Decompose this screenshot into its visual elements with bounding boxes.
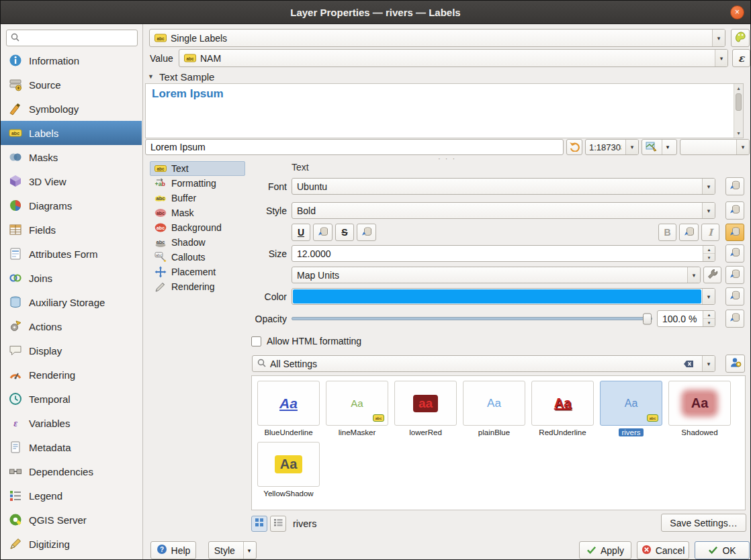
strikeout-override-button[interactable] bbox=[357, 224, 376, 241]
titlebar[interactable]: Layer Properties — rivers — Labels × bbox=[1, 1, 750, 24]
preset-shadowed[interactable]: AaShadowed bbox=[668, 381, 732, 437]
tab-background[interactable]: abcBackground bbox=[150, 220, 245, 235]
sidebar-search[interactable] bbox=[6, 30, 138, 46]
joins-icon bbox=[8, 271, 23, 285]
style-manager-button[interactable] bbox=[725, 355, 745, 373]
size-spinbox[interactable]: 12.0000 ▴▾ bbox=[292, 245, 715, 262]
sidebar-item-dependencies[interactable]: Dependencies bbox=[1, 459, 142, 483]
help-button[interactable]: ? Help bbox=[150, 541, 196, 559]
underline-button[interactable]: U bbox=[292, 224, 310, 241]
strikeout-button[interactable]: S bbox=[335, 224, 354, 241]
sample-text-input[interactable] bbox=[145, 139, 564, 155]
color-override-button[interactable] bbox=[725, 287, 744, 306]
opacity-spinbox[interactable]: 100.0 % ▴▾ bbox=[657, 310, 715, 327]
sidebar-item-source[interactable]: Source bbox=[1, 73, 142, 97]
ok-button[interactable]: OK bbox=[695, 541, 750, 559]
slider-handle[interactable] bbox=[643, 313, 652, 324]
sidebar-item-3d-view[interactable]: 3D View bbox=[1, 169, 142, 193]
clear-icon[interactable] bbox=[683, 359, 694, 369]
sidebar-item-joins[interactable]: Joins bbox=[1, 266, 142, 290]
spin-up-icon[interactable]: ▴ bbox=[703, 246, 715, 253]
preview-background-dropdown[interactable]: ▾ bbox=[680, 139, 750, 155]
sidebar-item-variables[interactable]: εVariables bbox=[1, 411, 142, 435]
spin-down-icon[interactable]: ▾ bbox=[703, 318, 715, 326]
bold-button[interactable]: B bbox=[658, 224, 676, 241]
sidebar-item-digitizing[interactable]: Digitizing bbox=[1, 532, 142, 556]
save-settings-label: Save Settings… bbox=[670, 518, 737, 528]
attributes-form-icon bbox=[8, 246, 23, 261]
data-defined-override-active-button[interactable] bbox=[725, 224, 744, 241]
style-dropdown[interactable]: Bold ▾ bbox=[292, 202, 715, 219]
save-settings-button[interactable]: Save Settings… bbox=[661, 514, 746, 532]
underline-override-button[interactable] bbox=[313, 224, 333, 241]
scroll-thumb[interactable] bbox=[736, 93, 742, 111]
sample-reset-button[interactable] bbox=[566, 139, 582, 155]
splitter-handle[interactable]: · · · bbox=[144, 156, 750, 160]
size-override-button[interactable] bbox=[725, 244, 744, 263]
expression-builder-button[interactable]: ε bbox=[732, 49, 750, 67]
icon-view-button[interactable] bbox=[251, 516, 267, 532]
spin-arrows[interactable]: ▴▾ bbox=[703, 311, 715, 326]
value-field-dropdown[interactable]: abc NAM ▾ bbox=[179, 49, 728, 67]
sidebar-item-symbology[interactable]: Symbology bbox=[1, 97, 142, 121]
sidebar-item-auxiliary-storage[interactable]: Auxiliary Storage bbox=[1, 290, 142, 314]
sidebar-item-attributes-form[interactable]: Attributes Form bbox=[1, 242, 142, 266]
scroll-down-icon[interactable]: ▾ bbox=[737, 130, 740, 136]
spin-up-icon[interactable]: ▴ bbox=[703, 311, 715, 318]
style-menu-button[interactable]: Style ▾ bbox=[208, 541, 257, 559]
font-override-button[interactable] bbox=[725, 177, 744, 195]
unit-settings-button[interactable] bbox=[703, 267, 721, 283]
opacity-slider[interactable] bbox=[292, 310, 652, 327]
tab-label: Placement bbox=[171, 267, 216, 277]
sidebar-item-temporal[interactable]: Temporal bbox=[1, 387, 142, 411]
fields-icon bbox=[8, 222, 23, 237]
cancel-button[interactable]: Cancel bbox=[637, 541, 689, 559]
sidebar-item-actions[interactable]: Actions bbox=[1, 314, 142, 338]
sample-scrollbar[interactable]: ▴ ▾ bbox=[734, 84, 743, 138]
preset-lowerred[interactable]: aalowerRed bbox=[394, 381, 457, 437]
unit-override-button[interactable] bbox=[725, 266, 744, 284]
preset-blueunderline[interactable]: AaBlueUnderline bbox=[257, 381, 320, 437]
allow-html-checkbox[interactable] bbox=[251, 336, 261, 346]
sidebar-item-information[interactable]: Information bbox=[1, 48, 142, 73]
sidebar-item-metadata[interactable]: Metadata bbox=[1, 435, 142, 459]
preset-plainblue[interactable]: AaplainBlue bbox=[462, 381, 526, 437]
allow-html-row[interactable]: Allow HTML formatting bbox=[251, 334, 361, 348]
sample-scale-dropdown[interactable]: 1:1873089 ▾ bbox=[585, 139, 639, 155]
color-picker-button[interactable]: ▾ bbox=[292, 288, 715, 305]
preset-linemasker[interactable]: AaabclineMasker bbox=[325, 381, 389, 437]
sidebar-item-labels[interactable]: abcLabels bbox=[1, 121, 142, 145]
sidebar-item-display[interactable]: Display bbox=[1, 338, 142, 363]
settings-search-dropdown[interactable]: All Settings ▾ bbox=[252, 355, 715, 372]
spin-down-icon[interactable]: ▾ bbox=[703, 253, 715, 261]
italic-button[interactable]: I bbox=[701, 224, 719, 241]
map-settings-button[interactable]: ▾ bbox=[642, 139, 677, 155]
sidebar-item-qgis-server[interactable]: QGIS Server bbox=[1, 508, 142, 532]
font-dropdown[interactable]: Ubuntu ▾ bbox=[292, 178, 715, 195]
sidebar-item-masks[interactable]: Masks bbox=[1, 145, 142, 169]
preset-yellowshadow[interactable]: AaYellowShadow bbox=[257, 442, 320, 498]
sidebar-item-legend[interactable]: Legend bbox=[1, 483, 142, 508]
preset-redunderline[interactable]: AaRedUnderline bbox=[531, 381, 594, 437]
spin-arrows[interactable]: ▴▾ bbox=[703, 246, 715, 261]
label-mode-dropdown[interactable]: abc Single Labels ▾ bbox=[149, 29, 725, 47]
sidebar-search-input[interactable] bbox=[23, 33, 141, 43]
size-unit-dropdown[interactable]: Map Units ▾ bbox=[292, 267, 701, 283]
opacity-override-button[interactable] bbox=[725, 310, 744, 328]
sidebar-item-fields[interactable]: Fields bbox=[1, 218, 142, 242]
tab-text[interactable]: abcText bbox=[150, 161, 245, 176]
auto-placement-settings-button[interactable] bbox=[731, 29, 750, 47]
label-mode-value: Single Labels bbox=[171, 33, 227, 44]
preset-rivers[interactable]: Aaabcrivers bbox=[599, 381, 663, 437]
apply-button[interactable]: Apply bbox=[579, 541, 631, 559]
tab-placement[interactable]: Placement bbox=[150, 265, 245, 279]
sidebar-item-diagrams[interactable]: Diagrams bbox=[1, 193, 142, 218]
sidebar-item-rendering[interactable]: Rendering bbox=[1, 363, 142, 387]
scroll-up-icon[interactable]: ▴ bbox=[737, 85, 740, 91]
style-override-button[interactable] bbox=[725, 201, 744, 220]
text-sample-section-header[interactable]: ▼ Text Sample bbox=[148, 70, 214, 83]
close-button[interactable]: × bbox=[730, 5, 744, 19]
bold-override-button[interactable] bbox=[679, 224, 699, 241]
sidebar-item-label: 3D View bbox=[29, 176, 67, 187]
list-view-button[interactable] bbox=[270, 516, 286, 532]
